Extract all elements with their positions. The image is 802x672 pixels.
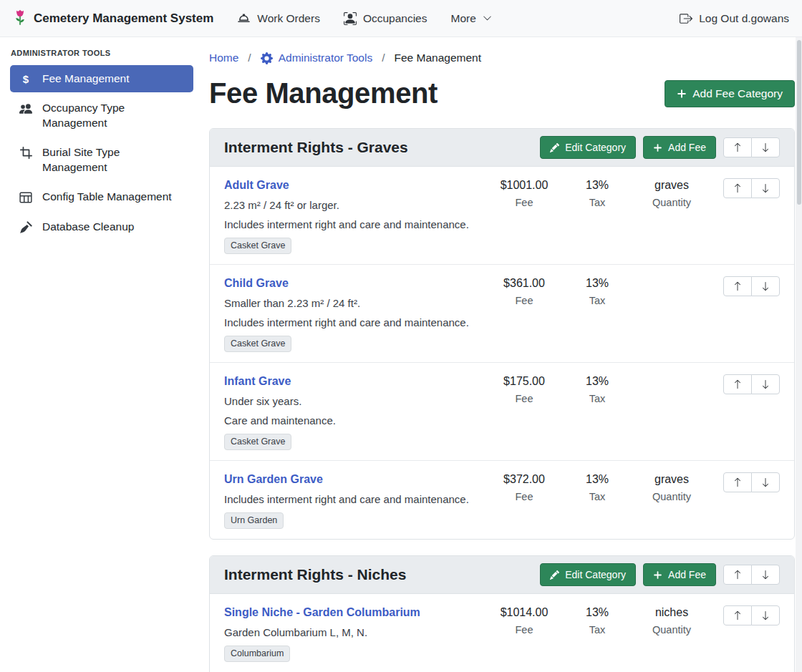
nav-more[interactable]: More [451,12,492,25]
move-fee-up-button[interactable] [723,374,752,394]
fee-tax-column: 13% Tax [564,472,630,502]
dollar-icon: $ [19,73,33,85]
app-brand[interactable]: Cemetery Management System [13,9,213,28]
fee-info: Child Grave Smaller than 2.23 m² / 24 ft… [224,276,484,352]
nav-work-orders-label: Work Orders [257,12,320,25]
logout-button[interactable]: Log Out d.gowans [680,12,789,25]
fee-amount: $1001.00 [484,178,564,193]
sidebar-item-database-cleanup[interactable]: Database Cleanup [10,213,193,240]
arrow-up-icon [733,610,743,620]
nav-occupancies[interactable]: Occupancies [344,12,427,25]
arrow-up-icon [733,183,743,193]
fee-tax-column: 13% Tax [564,276,630,306]
fee-tax-label: Tax [564,295,630,306]
arrow-down-icon [760,570,770,580]
nav-work-orders[interactable]: Work Orders [237,11,320,25]
fee-reorder-buttons [723,374,780,394]
sidebar-item-burial-site-type-management[interactable]: Burial Site Type Management [10,139,193,181]
fee-row: Urn Garden Grave Includes interment righ… [210,461,794,539]
sidebar-item-label: Config Table Management [42,190,172,204]
sidebar-item-fee-management[interactable]: $ Fee Management [10,65,193,92]
fee-name-link[interactable]: Single Niche - Garden Columbarium [224,605,420,620]
fee-amount: $1014.00 [484,605,564,620]
breadcrumb-current: Fee Management [395,52,482,64]
fee-name-link[interactable]: Infant Grave [224,374,291,389]
category-title: Interment Rights - Graves [224,139,540,156]
fee-quantity-label: Quantity [630,624,713,636]
breadcrumb-home-link[interactable]: Home [209,52,238,64]
move-category-up-button[interactable] [723,565,752,585]
sidebar-item-label: Occupancy Type Management [42,101,185,130]
logout-label: Log Out d.gowans [699,12,789,25]
fee-amount: $372.00 [484,472,564,487]
add-fee-label: Add Fee [668,142,706,153]
move-fee-up-button[interactable] [723,178,752,198]
fee-description: Includes interment right and care and ma… [224,492,477,506]
fee-name-link[interactable]: Adult Grave [224,178,289,193]
fee-amount-column: $372.00 Fee [484,472,564,502]
fee-quantity: graves [630,472,713,487]
arrow-up-icon [733,477,743,487]
table-icon [19,191,33,204]
fee-category-card-niches: Interment Rights - Niches Edit Category … [209,555,795,672]
plus-icon [653,570,662,580]
arrow-down-icon [760,281,770,291]
fee-row: Child Grave Smaller than 2.23 m² / 24 ft… [210,265,794,363]
fee-amount-label: Fee [484,393,564,404]
add-fee-button[interactable]: Add Fee [643,136,716,159]
nav-more-label: More [451,12,476,25]
arrow-up-icon [733,570,743,580]
plus-icon [653,143,662,152]
breadcrumb: Home / Administrator Tools / Fee Managem… [209,52,795,64]
scrollbar-thumb[interactable] [797,40,801,205]
arrow-down-icon [760,610,770,620]
fee-tax: 13% [564,178,630,193]
move-category-up-button[interactable] [723,137,752,157]
move-fee-up-button[interactable] [723,472,752,492]
add-fee-button[interactable]: Add Fee [643,563,716,586]
fee-tax: 13% [564,276,630,291]
fee-quantity: graves [630,178,713,193]
category-actions: Edit Category Add Fee [540,563,780,586]
gear-icon [261,52,273,64]
breadcrumb-home-label: Home [209,52,238,64]
sidebar-item-label: Fee Management [42,72,130,86]
move-fee-down-button[interactable] [751,374,780,394]
move-fee-down-button[interactable] [751,178,780,198]
add-fee-category-button[interactable]: Add Fee Category [665,80,795,107]
fee-name-link[interactable]: Urn Garden Grave [224,472,323,487]
move-fee-up-button[interactable] [723,276,752,296]
fee-description: Under six years. [224,394,477,408]
fee-name-link[interactable]: Child Grave [224,276,289,291]
fee-tax-label: Tax [564,624,630,636]
admin-sidebar: ADMINISTRATOR TOOLS $ Fee Management Occ… [0,37,202,672]
add-fee-category-label: Add Fee Category [692,87,783,100]
person-bounding-box-icon [344,12,357,25]
arrow-down-icon [760,379,770,389]
sidebar-item-config-table-management[interactable]: Config Table Management [10,183,193,210]
move-fee-down-button[interactable] [751,276,780,296]
breadcrumb-separator: / [248,52,251,64]
breadcrumb-admin-tools-link[interactable]: Administrator Tools [261,52,373,64]
move-fee-down-button[interactable] [751,472,780,492]
move-fee-up-button[interactable] [723,605,752,625]
fee-amount-column: $361.00 Fee [484,276,564,306]
edit-category-button[interactable]: Edit Category [540,563,636,586]
sidebar-item-occupancy-type-management[interactable]: Occupancy Type Management [10,94,193,137]
move-fee-down-button[interactable] [751,605,780,625]
move-category-down-button[interactable] [751,565,780,585]
edit-category-button[interactable]: Edit Category [540,136,636,159]
fee-tax-column: 13% Tax [564,374,630,404]
edit-category-label: Edit Category [565,142,626,153]
category-reorder-buttons [723,137,780,157]
sidebar-item-label: Burial Site Type Management [42,145,185,175]
vertical-scrollbar[interactable] [796,37,802,672]
fee-type-badge: Casket Grave [224,336,291,352]
fee-type-badge: Columbarium [224,646,290,662]
fee-row: Infant Grave Under six years. Care and m… [210,363,794,461]
fee-description: Includes interment right and care and ma… [224,218,477,231]
move-category-down-button[interactable] [751,137,780,157]
nav-occupancies-label: Occupancies [363,12,427,25]
fee-tax-column: 13% Tax [564,178,630,208]
fee-quantity-label: Quantity [630,197,713,208]
